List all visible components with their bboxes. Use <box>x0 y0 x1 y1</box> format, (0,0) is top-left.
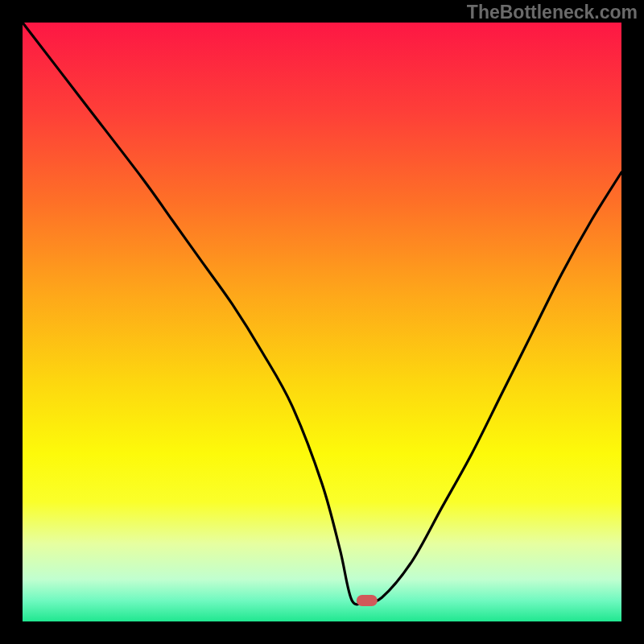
optimal-marker <box>357 595 378 606</box>
chart-container: TheBottleneck.com <box>0 0 644 644</box>
bottleneck-chart <box>0 0 644 644</box>
gradient-background <box>23 23 621 621</box>
watermark-text: TheBottleneck.com <box>467 2 638 23</box>
